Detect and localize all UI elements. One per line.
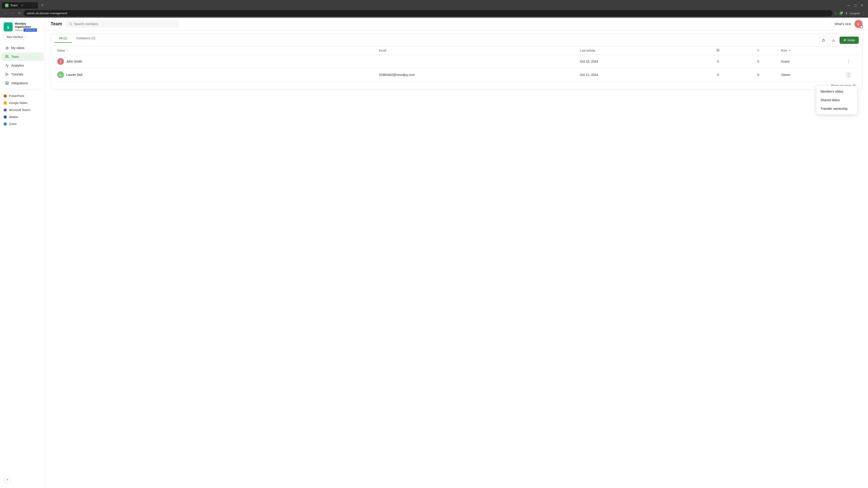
owner-label: Owner	[15, 29, 22, 31]
tab-all[interactable]: All (2)	[55, 34, 72, 43]
sidebar-label-integrations: Integrations	[11, 81, 28, 85]
dropdown-transfer-ownership[interactable]: Transfer ownership	[816, 104, 857, 113]
menu-icon[interactable]: ⋮	[862, 11, 865, 15]
zoom-dot	[4, 123, 7, 126]
lauren-actions-cell: ⋮	[843, 68, 859, 82]
lauren-avatar: L	[57, 71, 64, 78]
role-header-label: Role	[781, 49, 787, 52]
col-email: Email	[376, 46, 577, 55]
events-header-icon	[756, 48, 760, 52]
bookmark-icon[interactable]: ☆	[834, 11, 837, 15]
tab-close-btn[interactable]: ×	[21, 4, 23, 7]
sidebar-item-powerpoint[interactable]: PowerPoint	[0, 92, 45, 99]
slido-logo-svg: s	[4, 22, 13, 31]
lauren-more-button[interactable]: ⋮	[845, 72, 852, 78]
sidebar-item-my-slidos[interactable]: ⊞ My slidos	[1, 43, 43, 52]
forward-btn[interactable]: →	[10, 10, 16, 16]
last-activity-header-label: Last activity	[580, 49, 595, 52]
john-last-activity: Oct 10, 2024	[577, 55, 698, 68]
sidebar-item-zoom[interactable]: Zoom	[0, 121, 45, 127]
search-input[interactable]	[74, 22, 176, 26]
webex-label: Webex	[9, 115, 18, 119]
invite-plus-icon	[843, 39, 846, 42]
grid-icon: ⊞	[5, 46, 9, 50]
download-button[interactable]	[830, 36, 837, 44]
tabs-toolbar-row: All (2) Invitations (2)	[55, 34, 859, 46]
svg-rect-6	[822, 40, 825, 41]
sidebar-label-my-slidos: My slidos	[11, 46, 24, 50]
col-actions	[843, 46, 859, 55]
name-header-label: Name	[57, 49, 65, 52]
reload-btn[interactable]: ↻	[17, 10, 22, 16]
header-right: What's new L	[835, 20, 863, 28]
new-tab-btn[interactable]: +	[39, 2, 46, 9]
avatar-badge-inner	[860, 26, 863, 28]
url-input[interactable]	[24, 10, 833, 16]
sidebar-item-integrations[interactable]: Integrations	[1, 79, 43, 88]
sidebar-item-analytics[interactable]: Analytics	[1, 61, 43, 70]
google-slides-dot	[4, 101, 7, 105]
whats-new-button[interactable]: What's new	[835, 22, 851, 26]
search-box[interactable]	[66, 20, 179, 28]
microsoft-teams-dot	[4, 108, 7, 111]
svg-rect-13	[717, 51, 718, 51]
new-interface-button[interactable]: New interface	[4, 34, 26, 40]
integrations-icon	[5, 81, 9, 85]
member-name-cell: L Lauren Deli	[55, 68, 376, 82]
sidebar-nav: ⊞ My slidos Team	[0, 43, 45, 88]
john-slidos-count: 0	[698, 55, 738, 68]
lock-button[interactable]	[819, 36, 827, 44]
invite-label: Invite	[848, 38, 855, 42]
svg-text:s: s	[7, 25, 9, 30]
window-minimize-btn[interactable]: ─	[846, 3, 851, 8]
invite-button[interactable]: Invite	[839, 37, 859, 44]
content-card: All (2) Invitations (2)	[51, 34, 863, 90]
col-slidos	[698, 46, 738, 55]
dropdown-shared-slidos[interactable]: Shared slidos	[816, 96, 857, 104]
table-footer: Rows per page 50	[55, 82, 859, 90]
sidebar-item-google-slides[interactable]: Google Slides	[0, 99, 45, 106]
john-email-cell	[376, 55, 577, 68]
sidebar-integrations: PowerPoint Google Slides Microsoft Teams…	[0, 92, 45, 128]
sidebar-item-tutorials[interactable]: Tutorials	[1, 70, 43, 78]
extensions-icon[interactable]: 🧩	[839, 11, 843, 15]
zoom-label: Zoom	[9, 122, 17, 126]
john-more-button[interactable]: ⋮	[845, 58, 852, 65]
back-btn[interactable]: ←	[3, 10, 8, 16]
avatar-badge	[860, 25, 863, 29]
lock-icon	[822, 39, 825, 42]
john-actions-cell: ⋮	[843, 55, 859, 68]
download-icon[interactable]: ⬇	[845, 11, 848, 15]
header: Team What's new L	[45, 18, 868, 30]
svg-rect-14	[718, 51, 719, 51]
org-role-row: Owner UPGRADE	[15, 29, 41, 32]
lauren-last-activity: Oct 11, 2024	[577, 68, 698, 82]
role-filter-icon[interactable]: ≡	[789, 49, 791, 52]
upgrade-badge[interactable]: UPGRADE	[24, 29, 37, 32]
webex-dot	[4, 116, 7, 119]
incognito-label: Incognito	[850, 12, 860, 15]
svg-rect-11	[717, 49, 718, 50]
members-tbody: J John Smith Oct 10, 2024 0 0 Guest ⋮	[55, 55, 859, 82]
browser-tab[interactable]: S Team ×	[2, 2, 38, 8]
tab-invitations[interactable]: Invitations (2)	[72, 34, 100, 43]
sidebar-item-team[interactable]: Team	[1, 53, 43, 61]
user-avatar[interactable]: L	[855, 20, 863, 28]
tab-title: Team	[10, 4, 18, 7]
tabs-row: All (2) Invitations (2)	[55, 34, 819, 42]
sidebar-logo-area: s Moodjoy organization Owner UPGRADE	[0, 20, 45, 33]
help-button[interactable]: ?	[4, 476, 11, 484]
svg-point-8	[844, 39, 845, 40]
svg-rect-12	[718, 49, 719, 50]
window-close-btn[interactable]: ×	[860, 3, 864, 8]
sidebar-item-webex[interactable]: Webex	[0, 113, 45, 121]
sidebar-item-microsoft-teams[interactable]: Microsoft Teams	[0, 106, 45, 113]
slido-logo: s	[4, 22, 13, 31]
right-panel: Team What's new L	[45, 18, 868, 488]
window-maximize-btn[interactable]: □	[853, 3, 858, 8]
microsoft-teams-label: Microsoft Teams	[9, 108, 30, 111]
john-events-count: 0	[738, 55, 778, 68]
dropdown-members-slidos[interactable]: Member's slidos	[816, 87, 857, 96]
john-role: Guest	[778, 55, 843, 68]
col-name: Name ↑	[55, 46, 376, 55]
